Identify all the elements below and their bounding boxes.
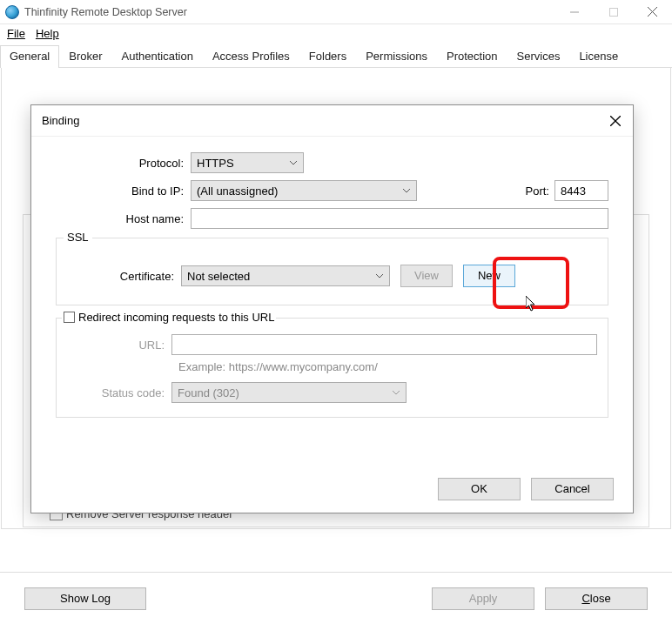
window-buttons xyxy=(554,0,672,23)
binding-dialog: Binding Protocol: HTTPS Bind to IP: (All… xyxy=(30,104,634,513)
protocol-value: HTTPS xyxy=(197,157,234,170)
show-log-button[interactable]: Show Log xyxy=(24,587,146,610)
new-certificate-button[interactable]: New xyxy=(463,265,515,287)
chevron-down-icon xyxy=(392,390,400,395)
tab-protection[interactable]: Protection xyxy=(437,45,507,67)
port-input[interactable]: 8443 xyxy=(554,180,608,201)
tab-general[interactable]: General xyxy=(0,45,59,68)
protocol-row: Protocol: HTTPS xyxy=(56,152,608,173)
tab-folders[interactable]: Folders xyxy=(299,45,356,67)
menu-help[interactable]: Help xyxy=(32,27,63,40)
protocol-select[interactable]: HTTPS xyxy=(191,152,304,173)
tab-permissions[interactable]: Permissions xyxy=(356,45,437,67)
dialog-buttons: OK Cancel xyxy=(31,466,633,513)
dialog-close-button[interactable] xyxy=(598,105,633,136)
redirect-group: Redirect incoming requests to this URL U… xyxy=(56,318,608,418)
certificate-label: Certificate: xyxy=(57,270,181,283)
hostname-label: Host name: xyxy=(56,212,191,225)
status-code-select[interactable]: Found (302) xyxy=(171,382,407,403)
bind-ip-select[interactable]: (All unassigned) xyxy=(191,180,417,201)
tab-authentication[interactable]: Authentication xyxy=(112,45,203,67)
ok-button[interactable]: OK xyxy=(438,478,521,500)
maximize-button[interactable] xyxy=(594,0,633,23)
app-icon xyxy=(5,5,19,19)
chevron-down-icon xyxy=(375,273,384,278)
redirect-example: Example: https://www.mycompany.com/ xyxy=(178,360,597,373)
menu-file[interactable]: File xyxy=(3,27,29,40)
menubar: File Help xyxy=(0,24,672,42)
redirect-url-row: URL: xyxy=(67,334,597,355)
bind-ip-value: (All unassigned) xyxy=(197,185,278,198)
hostname-row: Host name: xyxy=(56,208,608,229)
chevron-down-icon xyxy=(289,160,298,165)
ssl-legend: SSL xyxy=(64,231,92,244)
bind-ip-label: Bind to IP: xyxy=(56,185,191,198)
tab-license[interactable]: License xyxy=(569,45,628,67)
dialog-body: Protocol: HTTPS Bind to IP: (All unassig… xyxy=(31,137,633,466)
view-certificate-button[interactable]: View xyxy=(400,265,453,287)
hostname-input[interactable] xyxy=(191,208,608,229)
ssl-group: SSL Certificate: Not selected View New xyxy=(56,238,608,305)
titlebar: Thinfinity Remote Desktop Server xyxy=(0,0,672,24)
window-title: Thinfinity Remote Desktop Server xyxy=(24,6,187,18)
redirect-legend[interactable]: Redirect incoming requests to this URL xyxy=(62,311,276,324)
apply-button[interactable]: Apply xyxy=(432,587,534,610)
protocol-label: Protocol: xyxy=(56,157,191,170)
redirect-url-input[interactable] xyxy=(171,334,597,355)
redirect-legend-label: Redirect incoming requests to this URL xyxy=(78,311,274,324)
status-code-label: Status code: xyxy=(67,386,171,399)
bind-ip-row: Bind to IP: (All unassigned) Port: 8443 xyxy=(56,180,608,201)
status-code-row: Status code: Found (302) xyxy=(67,382,597,403)
redirect-url-label: URL: xyxy=(67,339,171,352)
tab-broker[interactable]: Broker xyxy=(59,45,111,67)
port-row: Port: 8443 xyxy=(526,180,608,201)
dialog-titlebar: Binding xyxy=(31,105,633,137)
redirect-checkbox[interactable] xyxy=(64,312,75,323)
close-button[interactable]: Close xyxy=(545,587,648,610)
certificate-value: Not selected xyxy=(187,270,250,283)
tabs: General Broker Authentication Access Pro… xyxy=(0,42,672,68)
dialog-title: Binding xyxy=(42,114,79,127)
minimize-button[interactable] xyxy=(554,0,594,23)
tab-services[interactable]: Services xyxy=(507,45,570,67)
cancel-button[interactable]: Cancel xyxy=(531,478,614,500)
bottom-bar: Show Log Apply Close xyxy=(0,572,672,624)
svg-rect-1 xyxy=(609,8,617,16)
port-label: Port: xyxy=(526,185,549,198)
status-code-value: Found (302) xyxy=(178,386,239,399)
chevron-down-icon xyxy=(402,188,411,193)
certificate-select[interactable]: Not selected xyxy=(181,265,390,286)
certificate-row: Certificate: Not selected View New xyxy=(57,265,597,287)
close-window-button[interactable] xyxy=(633,0,672,23)
tab-access-profiles[interactable]: Access Profiles xyxy=(203,45,299,67)
